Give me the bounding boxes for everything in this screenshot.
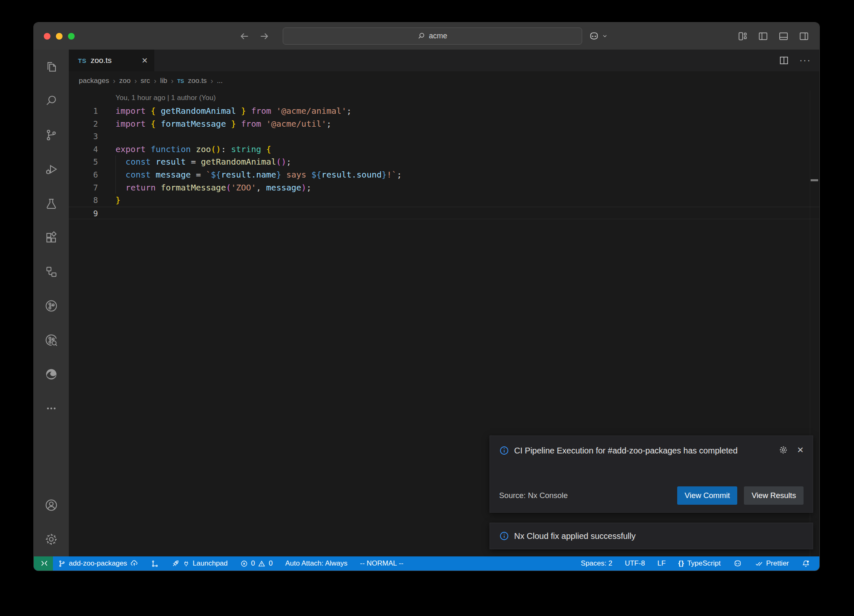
activity-more-views[interactable] <box>34 391 69 426</box>
code-line[interactable]: 3 <box>69 130 819 143</box>
code-token: result.sound <box>322 170 382 180</box>
breadcrumb-file[interactable]: zoo.ts <box>188 77 207 85</box>
customize-layout-icon[interactable] <box>737 31 748 42</box>
code-token: ; <box>286 157 291 167</box>
code-line[interactable]: 6 const message = `${result.name} says $… <box>69 168 819 181</box>
warning-icon <box>258 560 266 568</box>
activity-testing[interactable] <box>34 186 69 220</box>
status-encoding[interactable]: UTF-8 <box>625 559 645 568</box>
forward-arrow-icon[interactable] <box>259 31 270 42</box>
scrollbar-slider[interactable] <box>811 179 818 181</box>
gitlens-inspect-icon <box>44 333 58 347</box>
gitlens-icon <box>44 299 58 313</box>
files-icon <box>45 60 58 73</box>
activity-extensions[interactable] <box>34 220 69 255</box>
code-line[interactable]: 4export function zoo(): string { <box>69 143 819 156</box>
status-eol[interactable]: LF <box>658 559 666 568</box>
code-token <box>116 170 126 180</box>
toggle-panel-icon[interactable] <box>778 31 789 42</box>
close-window-button[interactable] <box>44 33 50 40</box>
status-copilot[interactable] <box>733 559 742 568</box>
tab-zoo-ts[interactable]: TS zoo.ts × <box>69 50 154 71</box>
chevron-down-icon <box>602 33 608 39</box>
breadcrumb-more[interactable]: ... <box>217 77 223 85</box>
code-line[interactable]: 5 const result = getRandomAnimal(); <box>69 155 819 168</box>
status-bar: add-zoo-packages Launchpad 0 0 <box>34 556 819 571</box>
status-auto-attach[interactable]: Auto Attach: Always <box>285 559 347 568</box>
status-indentation[interactable]: Spaces: 2 <box>581 559 613 568</box>
status-language[interactable]: {} TypeScript <box>678 559 721 568</box>
minimize-window-button[interactable] <box>56 33 63 40</box>
breadcrumb-item[interactable]: src <box>141 77 150 85</box>
code-token: ${ <box>211 170 221 180</box>
command-center-search[interactable]: acme <box>283 28 582 45</box>
breadcrumb-item[interactable]: lib <box>160 77 167 85</box>
code-line[interactable]: 7 return formatMessage('ZOO', message); <box>69 181 819 194</box>
source-control-branch-icon <box>45 128 58 142</box>
code-token: function <box>151 144 191 154</box>
toggle-secondary-sidebar-icon[interactable] <box>799 31 809 42</box>
code-token: : <box>221 144 231 154</box>
status-branch[interactable]: add-zoo-packages <box>58 559 138 568</box>
activity-search[interactable] <box>34 84 69 118</box>
code-token: () <box>276 157 286 167</box>
status-notifications-bell[interactable] <box>801 559 810 568</box>
toggle-primary-sidebar-icon[interactable] <box>758 31 769 42</box>
git-branch-icon <box>58 560 66 568</box>
activity-gitlens[interactable] <box>34 289 69 323</box>
split-editor-icon[interactable] <box>779 55 789 66</box>
status-commit-graph[interactable] <box>151 560 159 568</box>
status-formatter[interactable]: Prettier <box>755 559 789 568</box>
status-launchpad[interactable]: Launchpad <box>171 559 228 568</box>
line-number: 5 <box>69 155 98 168</box>
code-token: result.name <box>221 170 276 180</box>
view-commit-button[interactable]: View Commit <box>677 486 738 505</box>
code-token: '@acme/animal' <box>276 106 347 116</box>
code-line[interactable]: 1import { getRandomAnimal } from '@acme/… <box>69 105 819 118</box>
activity-nx-console[interactable] <box>34 255 69 289</box>
double-check-icon <box>755 559 763 568</box>
editor-more-actions-icon[interactable]: ··· <box>799 55 811 66</box>
notification-message: Nx Cloud fix applied successfully <box>514 530 635 542</box>
code-line[interactable]: 2import { formatMessage } from '@acme/ut… <box>69 118 819 130</box>
code-token: ) <box>301 183 306 193</box>
indentation-label: Spaces: 2 <box>581 559 613 568</box>
code-token: result <box>156 157 186 167</box>
code-token: { <box>266 144 271 154</box>
breadcrumb-item[interactable]: packages <box>79 77 109 85</box>
code-token: = <box>191 170 206 180</box>
activity-source-control[interactable] <box>34 118 69 152</box>
code-token: 'ZOO' <box>231 183 256 193</box>
activity-account[interactable] <box>34 488 69 522</box>
status-problems[interactable]: 0 0 <box>240 559 273 568</box>
braces-icon: {} <box>678 560 684 567</box>
code-token: { <box>151 119 156 129</box>
activity-settings[interactable] <box>34 522 69 556</box>
gitlens-blame-annotation[interactable]: You, 1 hour ago | 1 author (You) <box>116 94 819 104</box>
code-token: string <box>231 144 261 154</box>
notification-settings-gear-icon[interactable] <box>779 445 788 455</box>
activity-gitlens-inspect[interactable] <box>34 323 69 357</box>
tab-close-icon[interactable]: × <box>142 55 148 65</box>
code-token <box>236 119 241 129</box>
notification-close-icon[interactable]: × <box>797 444 804 455</box>
code-line[interactable]: 9 <box>69 207 819 220</box>
activity-run-debug[interactable] <box>34 152 69 186</box>
typescript-file-icon: TS <box>177 78 184 84</box>
view-results-button[interactable]: View Results <box>744 486 804 505</box>
activity-explorer[interactable] <box>34 50 69 84</box>
remote-indicator[interactable] <box>34 556 53 571</box>
run-debug-icon <box>45 163 58 176</box>
status-vim-mode[interactable]: -- NORMAL -- <box>360 559 403 568</box>
connected-squares-icon <box>45 265 58 278</box>
code-line[interactable]: 8} <box>69 194 819 207</box>
traffic-lights <box>44 23 75 50</box>
warning-count: 0 <box>269 559 272 568</box>
back-arrow-icon[interactable] <box>239 31 250 42</box>
copilot-menu[interactable] <box>588 23 608 50</box>
code-token: zoo <box>196 144 211 154</box>
zoom-window-button[interactable] <box>68 33 75 40</box>
account-icon <box>44 498 58 512</box>
breadcrumb-item[interactable]: zoo <box>119 77 131 85</box>
activity-edge-tools[interactable] <box>34 357 69 391</box>
